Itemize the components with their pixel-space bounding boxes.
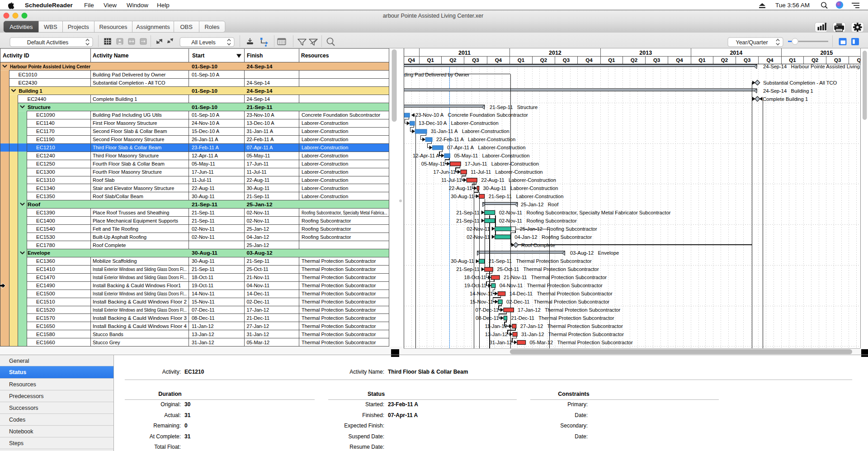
svg-text:2012: 2012 (549, 50, 561, 56)
svg-text:Q4: Q4 (585, 57, 593, 63)
svg-text:05-May-11: 05-May-11 (192, 161, 215, 166)
svg-text:Help: Help (157, 2, 170, 9)
svg-text:Total Float:: Total Float: (154, 444, 181, 450)
svg-text:Roof Complete: Roof Complete (93, 242, 126, 248)
svg-text:EC1340: EC1340 (36, 185, 55, 191)
svg-text:Mobilize Scaffolding: Mobilize Scaffolding (93, 258, 137, 264)
svg-text:02-Nov-11: 02-Nov-11 (192, 226, 215, 232)
svg-text:11-Jul-11: 11-Jul-11 (247, 169, 267, 175)
svg-text:11-Jan-12: 11-Jan-12 (192, 323, 214, 329)
svg-text:Steps: Steps (9, 440, 24, 446)
svg-text:Start: Start (192, 52, 204, 59)
svg-text:Q4: Q4 (408, 57, 415, 63)
svg-text:Complete Building 1: Complete Building 1 (93, 96, 137, 102)
svg-text:21-Dec-11 Thermal Protection: 21-Dec-11 Thermal Protection Subcontract… (511, 315, 614, 321)
svg-text:Q1: Q1 (698, 57, 706, 63)
svg-text:22-Aug-11: 22-Aug-11 (192, 185, 215, 191)
svg-text:EC1510: EC1510 (36, 299, 55, 304)
svg-text:21-Sep-11: 21-Sep-11 (247, 104, 273, 110)
svg-text:Thermal Protection Subcontract: Thermal Protection Subcontractor (302, 266, 376, 272)
svg-text:EC2440: EC2440 (28, 96, 47, 102)
svg-text:21-Sep-11: 21-Sep-11 (192, 210, 215, 215)
svg-text:13-Jan-12: 13-Jan-12 (192, 332, 214, 337)
svg-text:EC1140: EC1140 (36, 120, 55, 126)
svg-text:11-Jul-11 Laborer-Constructi: 11-Jul-11 Laborer-Construction (471, 169, 542, 175)
svg-text:25-Oct-11 Thermal Protection: 25-Oct-11 Thermal Protection Subcontract… (497, 266, 599, 272)
svg-text:View: View (104, 2, 117, 9)
svg-text:30-Aug-11 Laborer-Constructi: 30-Aug-11 Laborer-Construction (483, 185, 558, 191)
svg-text:Resources: Resources (9, 381, 36, 388)
svg-text:25-Jan-12: 25-Jan-12 (247, 242, 269, 248)
svg-text:02-Dec-11 Thermal Protection: 02-Dec-11 Thermal Protection Subcontract… (506, 299, 609, 304)
svg-text:Roofing Subcontractor: Roofing Subcontractor (302, 218, 351, 223)
svg-text:21-Sep-11 Structure: 21-Sep-11 Structure (490, 104, 538, 110)
svg-text:21-Nov-11: 21-Nov-11 (247, 275, 270, 280)
svg-text:WBS: WBS (44, 24, 57, 30)
svg-text:24-Sep-14: 24-Sep-14 (247, 96, 270, 102)
svg-text:ding Pad Delivered by Owner: ding Pad Delivered by Owner (404, 72, 470, 77)
svg-text:Tue 3:56 AM: Tue 3:56 AM (775, 2, 810, 9)
svg-text:Felt and Tile Roofing: Felt and Tile Roofing (93, 226, 138, 232)
svg-text:Window: Window (127, 2, 148, 9)
svg-text:22-Aug-11: 22-Aug-11 (247, 177, 270, 183)
svg-text:12-Apr-11 A: 12-Apr-11 A (413, 153, 439, 158)
svg-text:17-Jan-12: 17-Jan-12 (247, 307, 269, 313)
svg-text:31-Jan-12 Thermal Protection: 31-Jan-12 Thermal Protection Subcontract… (521, 332, 624, 337)
svg-text:Laborer-Construction: Laborer-Construction (302, 145, 348, 150)
svg-text:File: File (84, 2, 94, 9)
svg-text:Q3: Q3 (472, 57, 479, 63)
svg-text:Primary:: Primary: (567, 401, 588, 408)
svg-text:Install Exterior Windows and S: Install Exterior Windows and Sliding Gla… (93, 266, 187, 272)
svg-text:03-Aug-12: 03-Aug-12 (247, 250, 273, 256)
svg-text:Install Backing & Cauld Window: Install Backing & Cauld Windows Floor 2 (93, 299, 187, 304)
svg-text:Built-Up Asphalt Roofing: Built-Up Asphalt Roofing (93, 234, 146, 240)
svg-text:23-Feb-11 A: 23-Feb-11 A (388, 401, 418, 408)
svg-text:Assignments: Assignments (136, 24, 170, 30)
svg-text:Laborer-Construction: Laborer-Construction (302, 153, 348, 158)
svg-text:2011: 2011 (458, 50, 471, 56)
svg-text:02-Nov-11: 02-Nov-11 (467, 226, 490, 232)
svg-text:30-Aug-11: 30-Aug-11 (192, 194, 215, 199)
svg-text:EC1520: EC1520 (36, 307, 55, 313)
svg-text:Status: Status (9, 369, 26, 375)
svg-text:Roles: Roles (204, 24, 220, 30)
svg-text:Roof Slab: Roof Slab (93, 177, 114, 183)
svg-text:Resources: Resources (99, 24, 127, 30)
svg-text:Q2: Q2 (721, 57, 728, 63)
svg-text:24-Sep-14: 24-Sep-14 (247, 88, 273, 94)
svg-text:03-Aug-12 Envelope: 03-Aug-12 Envelope (570, 250, 619, 256)
svg-text:Q3: Q3 (563, 57, 570, 63)
svg-text:Concrete Foundation Subcontrac: Concrete Foundation Subcontractor (302, 112, 381, 118)
svg-text:25-Jan-12: 25-Jan-12 (247, 226, 269, 232)
svg-text:EC1210: EC1210 (184, 369, 204, 375)
svg-text:04-Nov-11 Thermal Protection: 04-Nov-11 Thermal Protection Subcontract… (500, 283, 603, 288)
svg-text:23-Nov-10 A: 23-Nov-10 A (247, 112, 275, 118)
svg-text:Place Mechanical Equipment Sup: Place Mechanical Equipment Supports (93, 218, 178, 223)
svg-text:04-Nov-11: 04-Nov-11 (247, 283, 270, 288)
svg-text:Q3: Q3 (834, 57, 841, 63)
svg-text:21-Sep-11: 21-Sep-11 (247, 258, 270, 264)
svg-text:Thermal Protection Subcontract: Thermal Protection Subcontractor (302, 291, 376, 296)
svg-text:EC1350: EC1350 (36, 194, 55, 199)
svg-text:Activities: Activities (9, 24, 33, 30)
svg-text:EC1170: EC1170 (36, 128, 55, 134)
svg-text:ScheduleReader: ScheduleReader (25, 2, 73, 9)
svg-text:Finish: Finish (247, 52, 263, 59)
svg-text:Place Roof Trusses and Sheathi: Place Roof Trusses and Sheathing (93, 210, 169, 215)
svg-text:30-Aug-11: 30-Aug-11 (451, 194, 474, 199)
svg-text:Thermal Protection Subcontract: Thermal Protection Subcontractor (302, 332, 376, 337)
svg-text:Roofing Subcontractor: Roofing Subcontractor (302, 226, 351, 232)
svg-text:08-Dec-11: 08-Dec-11 (192, 315, 215, 321)
svg-text:Status: Status (368, 391, 385, 397)
svg-text:Q4: Q4 (676, 57, 683, 63)
svg-text:EC1650: EC1650 (36, 323, 55, 329)
svg-text:EC1010: EC1010 (19, 72, 38, 77)
svg-text:Date:: Date: (575, 412, 588, 418)
svg-text:25-Jan-12 Roof: 25-Jan-12 Roof (521, 202, 559, 207)
svg-text:At Complete:: At Complete: (150, 433, 181, 440)
svg-text:Q3: Q3 (653, 57, 660, 63)
svg-text:Activity Name:: Activity Name: (349, 369, 384, 375)
svg-text:Q4: Q4 (495, 57, 502, 63)
svg-text:30-Aug-11: 30-Aug-11 (192, 258, 215, 264)
svg-text:EC1470: EC1470 (36, 275, 55, 280)
